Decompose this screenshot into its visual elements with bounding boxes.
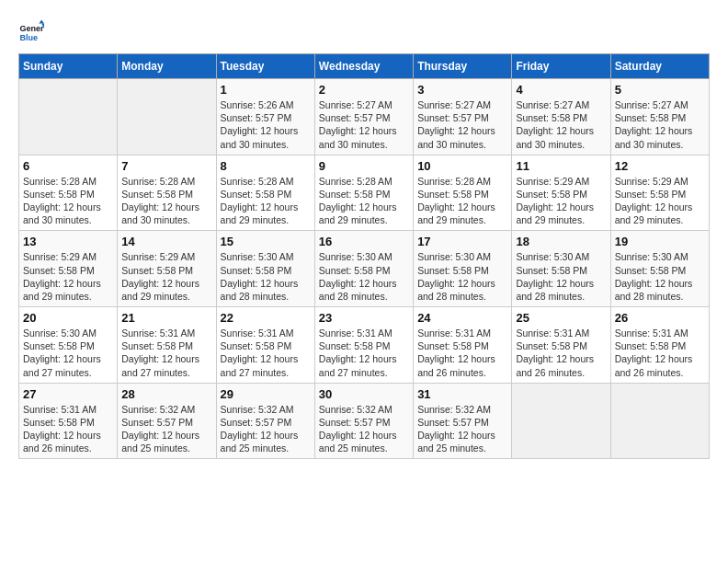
calendar-cell: 29Sunrise: 5:32 AM Sunset: 5:57 PM Dayli… [216, 383, 314, 459]
calendar-cell: 24Sunrise: 5:31 AM Sunset: 5:58 PM Dayli… [414, 307, 512, 384]
calendar-cell: 12Sunrise: 5:29 AM Sunset: 5:58 PM Dayli… [610, 155, 709, 231]
calendar-cell: 18Sunrise: 5:30 AM Sunset: 5:58 PM Dayli… [512, 231, 610, 307]
day-number: 17 [417, 235, 507, 248]
calendar-cell: 6Sunrise: 5:28 AM Sunset: 5:58 PM Daylig… [19, 155, 118, 231]
day-number: 9 [319, 159, 409, 173]
calendar-week-2: 6Sunrise: 5:28 AM Sunset: 5:58 PM Daylig… [19, 155, 710, 231]
calendar-cell: 23Sunrise: 5:31 AM Sunset: 5:58 PM Dayli… [314, 307, 413, 384]
day-info: Sunrise: 5:31 AM Sunset: 5:58 PM Dayligh… [516, 327, 606, 379]
day-info: Sunrise: 5:29 AM Sunset: 5:58 PM Dayligh… [121, 250, 211, 303]
day-number: 16 [319, 235, 409, 248]
day-info: Sunrise: 5:32 AM Sunset: 5:57 PM Dayligh… [221, 403, 311, 455]
day-info: Sunrise: 5:30 AM Sunset: 5:58 PM Dayligh… [417, 250, 507, 303]
day-number: 6 [23, 159, 113, 173]
day-info: Sunrise: 5:29 AM Sunset: 5:58 PM Dayligh… [615, 175, 705, 227]
calendar-cell: 7Sunrise: 5:28 AM Sunset: 5:58 PM Daylig… [118, 155, 216, 231]
day-info: Sunrise: 5:31 AM Sunset: 5:58 PM Dayligh… [319, 327, 409, 379]
day-info: Sunrise: 5:27 AM Sunset: 5:58 PM Dayligh… [516, 98, 606, 151]
day-info: Sunrise: 5:28 AM Sunset: 5:58 PM Dayligh… [221, 175, 311, 227]
day-info: Sunrise: 5:28 AM Sunset: 5:58 PM Dayligh… [23, 175, 113, 227]
calendar-cell: 21Sunrise: 5:31 AM Sunset: 5:58 PM Dayli… [118, 307, 216, 384]
day-number: 18 [516, 235, 606, 248]
day-info: Sunrise: 5:27 AM Sunset: 5:58 PM Dayligh… [615, 98, 705, 151]
logo: General Blue [18, 18, 48, 44]
day-number: 23 [319, 311, 409, 325]
day-number: 15 [221, 235, 311, 248]
day-info: Sunrise: 5:28 AM Sunset: 5:58 PM Dayligh… [417, 175, 507, 227]
weekday-header-monday: Monday [118, 54, 216, 79]
calendar-cell [610, 383, 709, 459]
day-info: Sunrise: 5:27 AM Sunset: 5:57 PM Dayligh… [319, 98, 409, 151]
day-number: 25 [516, 311, 606, 325]
calendar-cell: 4Sunrise: 5:27 AM Sunset: 5:58 PM Daylig… [512, 79, 610, 155]
day-info: Sunrise: 5:30 AM Sunset: 5:58 PM Dayligh… [615, 250, 705, 303]
calendar-body: 1Sunrise: 5:26 AM Sunset: 5:57 PM Daylig… [19, 79, 710, 459]
day-number: 29 [221, 387, 311, 401]
day-info: Sunrise: 5:29 AM Sunset: 5:58 PM Dayligh… [23, 250, 113, 303]
calendar-cell: 19Sunrise: 5:30 AM Sunset: 5:58 PM Dayli… [610, 231, 709, 307]
day-info: Sunrise: 5:28 AM Sunset: 5:58 PM Dayligh… [121, 175, 211, 227]
day-number: 13 [23, 235, 113, 248]
day-number: 10 [417, 159, 507, 173]
calendar-week-3: 13Sunrise: 5:29 AM Sunset: 5:58 PM Dayli… [19, 231, 710, 307]
calendar-cell [118, 79, 216, 155]
calendar-cell: 10Sunrise: 5:28 AM Sunset: 5:58 PM Dayli… [414, 155, 512, 231]
calendar-cell: 17Sunrise: 5:30 AM Sunset: 5:58 PM Dayli… [414, 231, 512, 307]
day-number: 7 [121, 159, 211, 173]
day-number: 21 [121, 311, 211, 325]
calendar-cell: 3Sunrise: 5:27 AM Sunset: 5:57 PM Daylig… [414, 79, 512, 155]
calendar-week-5: 27Sunrise: 5:31 AM Sunset: 5:58 PM Dayli… [19, 383, 710, 459]
weekday-header-saturday: Saturday [610, 54, 709, 79]
calendar-cell: 28Sunrise: 5:32 AM Sunset: 5:57 PM Dayli… [118, 383, 216, 459]
day-info: Sunrise: 5:27 AM Sunset: 5:57 PM Dayligh… [417, 98, 507, 151]
svg-text:Blue: Blue [19, 33, 38, 42]
day-number: 27 [23, 387, 113, 401]
day-info: Sunrise: 5:29 AM Sunset: 5:58 PM Dayligh… [516, 175, 606, 227]
day-number: 12 [615, 159, 705, 173]
day-info: Sunrise: 5:31 AM Sunset: 5:58 PM Dayligh… [417, 327, 507, 379]
calendar-cell: 31Sunrise: 5:32 AM Sunset: 5:57 PM Dayli… [414, 383, 512, 459]
day-info: Sunrise: 5:31 AM Sunset: 5:58 PM Dayligh… [121, 327, 211, 379]
calendar-cell: 5Sunrise: 5:27 AM Sunset: 5:58 PM Daylig… [610, 79, 709, 155]
day-number: 31 [417, 387, 507, 401]
day-info: Sunrise: 5:30 AM Sunset: 5:58 PM Dayligh… [319, 250, 409, 303]
day-number: 4 [516, 83, 606, 97]
calendar-cell: 26Sunrise: 5:31 AM Sunset: 5:58 PM Dayli… [610, 307, 709, 384]
day-number: 28 [121, 387, 211, 401]
day-info: Sunrise: 5:30 AM Sunset: 5:58 PM Dayligh… [221, 250, 311, 303]
day-info: Sunrise: 5:32 AM Sunset: 5:57 PM Dayligh… [319, 403, 409, 455]
calendar-cell: 30Sunrise: 5:32 AM Sunset: 5:57 PM Dayli… [314, 383, 413, 459]
weekday-header-tuesday: Tuesday [216, 54, 314, 79]
logo-icon: General Blue [18, 18, 44, 44]
day-number: 3 [417, 83, 507, 97]
calendar-table: SundayMondayTuesdayWednesdayThursdayFrid… [18, 53, 710, 459]
day-number: 11 [516, 159, 606, 173]
day-info: Sunrise: 5:31 AM Sunset: 5:58 PM Dayligh… [615, 327, 705, 379]
calendar-cell [19, 79, 118, 155]
calendar-cell: 2Sunrise: 5:27 AM Sunset: 5:57 PM Daylig… [314, 79, 413, 155]
weekday-header-thursday: Thursday [414, 54, 512, 79]
day-info: Sunrise: 5:28 AM Sunset: 5:58 PM Dayligh… [319, 175, 409, 227]
calendar-cell: 16Sunrise: 5:30 AM Sunset: 5:58 PM Dayli… [314, 231, 413, 307]
weekday-header-wednesday: Wednesday [314, 54, 413, 79]
svg-marker-2 [39, 19, 44, 23]
day-info: Sunrise: 5:30 AM Sunset: 5:58 PM Dayligh… [516, 250, 606, 303]
day-info: Sunrise: 5:31 AM Sunset: 5:58 PM Dayligh… [221, 327, 311, 379]
day-number: 5 [615, 83, 705, 97]
day-info: Sunrise: 5:32 AM Sunset: 5:57 PM Dayligh… [121, 403, 211, 455]
day-info: Sunrise: 5:26 AM Sunset: 5:57 PM Dayligh… [221, 98, 311, 151]
day-number: 2 [319, 83, 409, 97]
calendar-cell: 14Sunrise: 5:29 AM Sunset: 5:58 PM Dayli… [118, 231, 216, 307]
calendar-week-1: 1Sunrise: 5:26 AM Sunset: 5:57 PM Daylig… [19, 79, 710, 155]
calendar-cell: 13Sunrise: 5:29 AM Sunset: 5:58 PM Dayli… [19, 231, 118, 307]
day-number: 30 [319, 387, 409, 401]
calendar-cell: 27Sunrise: 5:31 AM Sunset: 5:58 PM Dayli… [19, 383, 118, 459]
calendar-cell: 11Sunrise: 5:29 AM Sunset: 5:58 PM Dayli… [512, 155, 610, 231]
calendar-cell: 8Sunrise: 5:28 AM Sunset: 5:58 PM Daylig… [216, 155, 314, 231]
calendar-cell: 15Sunrise: 5:30 AM Sunset: 5:58 PM Dayli… [216, 231, 314, 307]
weekday-header-row: SundayMondayTuesdayWednesdayThursdayFrid… [19, 54, 710, 79]
day-info: Sunrise: 5:31 AM Sunset: 5:58 PM Dayligh… [23, 403, 113, 455]
calendar-cell: 1Sunrise: 5:26 AM Sunset: 5:57 PM Daylig… [216, 79, 314, 155]
day-number: 1 [221, 83, 311, 97]
svg-text:General: General [19, 24, 44, 33]
